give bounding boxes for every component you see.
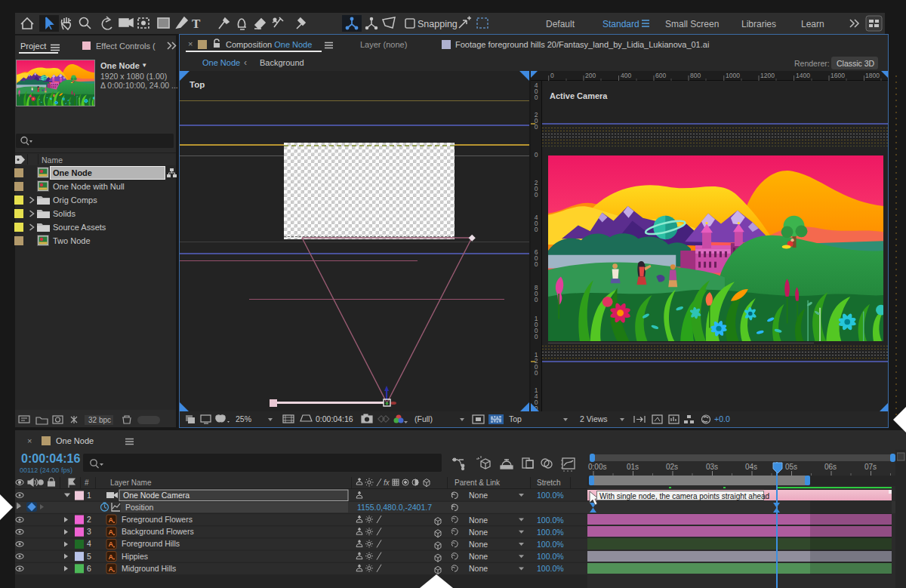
svg-text:T: T: [192, 17, 201, 31]
svg-text:#: #: [85, 479, 89, 487]
svg-text:02s: 02s: [666, 463, 678, 471]
svg-text:Libraries: Libraries: [741, 19, 776, 29]
svg-text:+0.0: +0.0: [714, 414, 730, 423]
svg-text:Small Screen: Small Screen: [665, 19, 719, 29]
svg-text:0:00s: 0:00s: [588, 463, 606, 471]
svg-text:fx: fx: [384, 479, 390, 487]
svg-text:04s: 04s: [745, 463, 757, 471]
svg-text:None: None: [469, 540, 488, 549]
svg-text:100.0%: 100.0%: [537, 540, 564, 549]
svg-text:Snapping: Snapping: [418, 19, 458, 29]
svg-text:25%: 25%: [236, 414, 251, 423]
svg-text:01s: 01s: [627, 463, 639, 471]
svg-text:None: None: [469, 528, 488, 537]
svg-text:None: None: [469, 491, 488, 500]
svg-text:07s: 07s: [864, 463, 877, 471]
svg-text:None: None: [469, 516, 488, 525]
svg-text:03s: 03s: [706, 463, 718, 471]
svg-text:Learn: Learn: [801, 19, 824, 29]
svg-text:100.0%: 100.0%: [537, 528, 564, 537]
svg-text:0:00:04:16: 0:00:04:16: [316, 414, 353, 423]
svg-text:32 bpc: 32 bpc: [88, 416, 111, 424]
svg-text:100.0%: 100.0%: [537, 564, 564, 573]
svg-text:Parent & Link: Parent & Link: [455, 479, 501, 487]
svg-text:Default: Default: [546, 19, 575, 29]
svg-text:100.0%: 100.0%: [537, 516, 564, 525]
svg-text:05s: 05s: [785, 463, 797, 471]
svg-text:100.0%: 100.0%: [537, 491, 564, 500]
svg-text:None: None: [469, 564, 488, 573]
svg-text:06s: 06s: [824, 463, 837, 471]
svg-text:(Full): (Full): [414, 414, 433, 423]
svg-text:Top: Top: [509, 414, 522, 423]
svg-text:Stretch: Stretch: [537, 479, 561, 487]
svg-text:Standard: Standard: [602, 19, 639, 29]
svg-text:2 Views: 2 Views: [580, 414, 608, 423]
svg-text:100.0%: 100.0%: [537, 552, 564, 561]
svg-text:None: None: [469, 552, 488, 561]
svg-text:Layer Name: Layer Name: [110, 479, 152, 487]
